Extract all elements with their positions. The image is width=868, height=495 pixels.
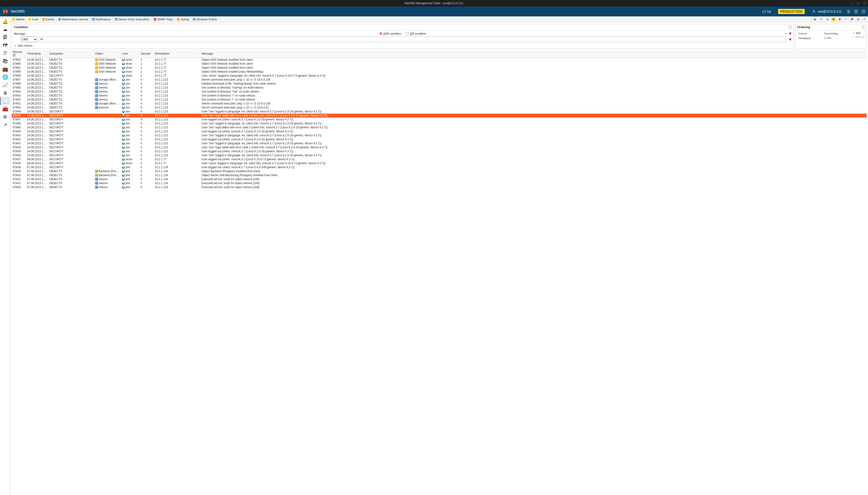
ordering-col-header[interactable]: Column <box>797 32 823 36</box>
column-header-object[interactable]: Object <box>94 50 121 58</box>
tab-alarms[interactable]: Alarms <box>10 17 27 22</box>
sidebar-graphs[interactable]: 📈 <box>0 81 10 89</box>
add-column-button[interactable]: ＋ Add column <box>14 44 32 48</box>
or-condition-radio[interactable]: OR condition <box>406 32 426 35</box>
table-row[interactable]: 8784414.06.2023 14:02:SECURITYzev 010.2.… <box>12 130 867 134</box>
sidebar-tools[interactable]: 🧰 <box>0 105 10 113</box>
cell-object: netxms <box>94 90 121 94</box>
table-row[interactable]: 8783507.06.2023 19:30:SECURITYphil 010.2… <box>12 165 867 169</box>
refresh-button[interactable]: ↻ <box>819 17 823 21</box>
help-icon[interactable] <box>854 10 858 14</box>
stop-button[interactable]: ■ <box>826 17 830 21</box>
table-row[interactable]: 8784014.06.2023 13:58:SECURITYzev 010.2.… <box>12 146 867 150</box>
ordering-collapse-button[interactable]: ⌃ <box>862 26 865 29</box>
settings-sliders-icon[interactable] <box>847 10 851 14</box>
table-row[interactable]: 8784714.06.2023 14:02:SECURITYzev 010.2.… <box>12 118 867 122</box>
tab-audit[interactable]: Audit <box>27 17 40 22</box>
table-row[interactable]: 8785014.06.2023 14:45:OBJECTSenvmonzev 0… <box>12 106 867 109</box>
window-maximize-button[interactable]: ▢ <box>856 2 860 5</box>
info-icon[interactable] <box>862 10 866 14</box>
user-icon <box>122 170 125 173</box>
table-row[interactable]: 8786014.06.2023 16:21:OBJECTSGNS Network… <box>12 62 867 66</box>
sidebar-alarms[interactable]: 🔔 <box>0 17 10 25</box>
column-header-subsystem[interactable]: Subsystem <box>48 50 94 58</box>
column-header-user[interactable]: User <box>121 50 139 58</box>
table-row[interactable]: 8784214.06.2023 14:00:SECURITYzev 010.2.… <box>12 137 867 141</box>
popout-button[interactable]: ↗ <box>862 17 866 21</box>
table-row[interactable]: 8783007.06.2023 19:05:OBJECTSnetxmsphil … <box>12 185 867 189</box>
table-row[interactable]: 8783814.06.2023 13:57:SECURITYzev 010.2.… <box>12 153 867 157</box>
current-user[interactable]: zev@10.5.5.111 <box>812 10 842 14</box>
export-csv-button[interactable]: ✖ <box>837 17 842 21</box>
table-row[interactable]: 8783609.06.2023 12:07:SECURITYvictor 010… <box>12 161 867 165</box>
sidebar-files[interactable]: 🗐 <box>0 33 10 41</box>
table-row[interactable]: 8785314.06.2023 14:49:OBJECTSnetxmszev 0… <box>12 94 867 98</box>
sidebar-config[interactable]: ⚙ <box>0 113 10 121</box>
condition-collapse-button[interactable]: ⌃ <box>789 26 792 29</box>
filter-value-input[interactable] <box>39 36 786 42</box>
clear-filter-button[interactable]: ✦ <box>844 17 848 21</box>
add-filter-button[interactable]: ＋ <box>784 32 787 36</box>
table-row[interactable]: 8784514.06.2023 14:02:SECURITYzev 010.2.… <box>12 125 867 130</box>
table-row[interactable]: 8786114.06.2023 16:21:OBJECTSGNS Network… <box>12 66 867 70</box>
table-row[interactable]: 8785114.06.2023 14:48:OBJECTSstorage.off… <box>12 102 867 106</box>
tab-server-action-executions[interactable]: Server Action Executions <box>113 17 152 22</box>
sidebar-performance[interactable]: ⏱ <box>0 49 10 57</box>
sidebar-library[interactable]: 📚 <box>0 57 10 65</box>
tab-events[interactable]: Events <box>40 17 57 22</box>
table-row[interactable]: 8784914.06.2023 14:19:SECURITYzev 010.2.… <box>12 109 867 114</box>
column-header-message[interactable]: Message <box>200 50 867 58</box>
tab-snmp-traps[interactable]: SNMP Traps <box>152 17 175 22</box>
tab-syslog[interactable]: Syslog <box>175 17 191 22</box>
table-row[interactable]: 8783107.06.2023 19:05:OBJECTSnetxmsphil … <box>12 181 867 185</box>
table-row[interactable]: 8784814.06.2023 14:19:SECURITYzev 010.2.… <box>12 114 867 118</box>
table-row[interactable]: 8783307.06.2023 19:06:OBJECTSBackend (Po… <box>12 173 867 177</box>
table-row[interactable]: 8785414.06.2023 14:49:OBJECTSnetxmszev 0… <box>12 90 867 94</box>
cell-workstation: 10.2.1.113 <box>153 102 200 106</box>
sidebar-logs[interactable]: 🧾 <box>0 97 10 105</box>
table-row[interactable]: 8784314.06.2023 14:01:SECURITYzev 010.2.… <box>12 134 867 137</box>
table-row[interactable]: 8784614.06.2023 14:02:SECURITYzev 010.2.… <box>12 122 867 125</box>
table-row[interactable]: 8785214.06.2023 14:49:OBJECTSnetxmszev 0… <box>12 98 867 102</box>
ordering-remove-button[interactable]: ✖Remove <box>852 35 865 38</box>
table-row[interactable]: 8783207.06.2023 19:05:OBJECTSnetxmsphil … <box>12 177 867 181</box>
cell-session: 0 <box>139 98 153 102</box>
sidebar-export[interactable]: ↗ <box>0 121 10 129</box>
window-close-button[interactable]: ✕ <box>863 2 866 5</box>
table-row[interactable]: 8786214.06.2023 16:21:OBJECTSGNS Network… <box>12 58 867 62</box>
ordering-desc-header[interactable]: Descending <box>823 32 850 36</box>
table-row[interactable]: 8785714.06.2023 14:50:OBJECTSstorage.off… <box>12 78 867 82</box>
operator-select[interactable]: LIKE <box>21 36 37 42</box>
delete-row-button[interactable]: ✖ <box>789 37 792 41</box>
column-header-timestamp[interactable]: Timestamp <box>26 50 48 58</box>
pin-button[interactable]: 📌 <box>850 17 854 21</box>
sidebar-monitor[interactable]: 🖥 <box>0 89 10 97</box>
sidebar-maps[interactable]: 🗺 <box>0 41 10 49</box>
ordering-row[interactable]: TimestampYes <box>797 36 850 40</box>
sidebar-business[interactable]: 💼 <box>0 65 10 73</box>
table-row[interactable]: 8783914.06.2023 13:58:SECURITYzev 010.2.… <box>12 150 867 153</box>
table-row[interactable]: 8783709.06.2023 12:18:SECURITYvictor 010… <box>12 157 867 161</box>
table-row[interactable]: 8785914.06.2023 16:19:OBJECTSGNS Network… <box>12 70 867 74</box>
and-condition-radio[interactable]: AND condition <box>379 32 401 35</box>
detach-button[interactable]: ⧉ <box>856 17 860 21</box>
table-row[interactable]: 8785814.06.2023 16:18:SECURITYvictor 210… <box>12 74 867 78</box>
tab-maintenance-journal[interactable]: Maintenance Journal <box>56 17 90 22</box>
table-row[interactable]: 8783407.06.2023 19:10:OBJECTSBackend (Po… <box>12 169 867 173</box>
column-header-workstation[interactable]: Workstation <box>153 50 200 58</box>
table-row[interactable]: 8784114.06.2023 13:58:SECURITYzev 010.2.… <box>12 141 867 146</box>
table-row[interactable]: 8785614.06.2023 14:49:OBJECTSnetxmszev 0… <box>12 82 867 86</box>
column-header-record-id[interactable]: Record ID <box>12 50 26 58</box>
ordering-add-button[interactable]: ＋Add <box>852 31 865 35</box>
sidebar-dashboards[interactable]: ☁ <box>0 25 10 33</box>
sidebar-network[interactable]: 🌐 <box>0 73 10 81</box>
tab-windows-events[interactable]: Windows Events <box>191 17 219 22</box>
table-row[interactable]: 8785514.06.2023 14:49:OBJECTSnetxmszev 0… <box>12 86 867 90</box>
tab-notifications[interactable]: Notifications <box>90 17 113 22</box>
execute-button[interactable]: ▶ <box>813 17 817 21</box>
remove-filter-button[interactable]: ✖ <box>789 32 792 36</box>
window-minimize-button[interactable]: – <box>850 2 853 5</box>
filter-button[interactable]: ▼ <box>831 17 836 21</box>
column-header-session[interactable]: Session <box>139 50 153 58</box>
cell-timestamp: 14.06.2023 14:02: <box>26 130 48 134</box>
